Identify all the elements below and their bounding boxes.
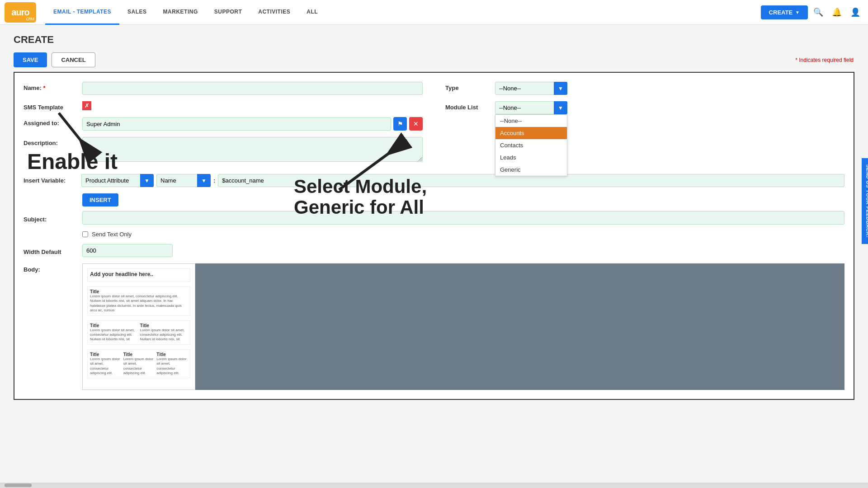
description-input[interactable] <box>82 137 423 162</box>
template-2col-title-b: Title <box>140 323 188 328</box>
module-list-row: Module List --None-- ▼ --None-- Accounts <box>445 101 844 114</box>
action-bar: SAVE CANCEL <box>14 52 854 67</box>
width-default-label: Width Default <box>24 246 78 255</box>
module-option-contacts[interactable]: Contacts <box>495 139 567 151</box>
user-icon: 👤 <box>850 7 860 17</box>
nav-item-email-templates[interactable]: EMAIL - TEMPLATES <box>45 0 119 25</box>
module-list-label: Module List <box>445 101 491 111</box>
template-1col-body: Lorem ipsum dolor sit amet, consectetur … <box>90 294 188 313</box>
assigned-row: ⚑ ✕ <box>82 117 423 131</box>
cancel-button[interactable]: CANCEL <box>52 52 95 67</box>
template-3col-title-a: Title <box>90 352 121 357</box>
description-field <box>82 137 423 163</box>
sms-x-icon[interactable]: ✗ <box>82 101 91 110</box>
insert-var-name-input[interactable]: Name <box>156 174 211 187</box>
assigned-select-button[interactable]: ⚑ <box>393 117 407 131</box>
nav-item-all[interactable]: ALL <box>298 0 326 25</box>
body-label: Body: <box>24 263 78 273</box>
profile-button[interactable]: 👤 <box>847 4 863 20</box>
assigned-to-field: ⚑ ✕ <box>82 117 423 131</box>
required-note: * Indicates required field <box>795 57 854 63</box>
template-3col-mid: Title Lorem ipsum dolor sit amet, consec… <box>123 352 155 376</box>
template-3col-right: Title Lorem ipsum dolor sit amet, consec… <box>156 352 188 376</box>
nav-item-support[interactable]: SUPPORT <box>206 0 250 25</box>
create-button[interactable]: CREATE ▼ <box>761 5 808 19</box>
form-container: * Indicates required field Name: * SM <box>14 72 854 400</box>
name-label: Name: * <box>24 82 78 91</box>
body-templates-panel: Add your headline here.. Title Lorem ips… <box>82 263 195 390</box>
assigned-to-label: Assigned to: <box>24 117 78 127</box>
type-select[interactable]: --None-- ▼ <box>495 82 567 95</box>
description-row: Description: <box>24 137 423 163</box>
template-3col-item[interactable]: Title Lorem ipsum dolor sit amet, consec… <box>87 349 190 379</box>
template-3col-title-b: Title <box>123 352 155 357</box>
type-row: Type --None-- ▼ <box>445 82 844 95</box>
description-label: Description: <box>24 137 78 146</box>
subject-row: Subject: <box>24 211 844 225</box>
name-field-wrap <box>82 82 423 95</box>
template-3col-left: Title Lorem ipsum dolor sit amet, consec… <box>90 352 121 376</box>
assigned-clear-button[interactable]: ✕ <box>409 117 423 131</box>
type-select-input[interactable]: --None-- <box>495 82 567 95</box>
search-button[interactable]: 🔍 <box>810 4 826 20</box>
nav-right: CREATE ▼ 🔍 🔔 👤 <box>761 4 863 20</box>
template-3col-title-c: Title <box>156 352 188 357</box>
template-3col-body-c: Lorem ipsum dolor sit amet, consectetur … <box>156 357 188 376</box>
insert-variable-label: Insert Variable: <box>24 177 78 184</box>
width-default-row: Width Default <box>24 244 844 257</box>
insert-var-category-select[interactable]: Product Attribute ▼ <box>81 174 154 187</box>
template-3col-body-a: Lorem ipsum dolor sit amet, consectetur … <box>90 357 121 376</box>
template-2col-cols: Title Lorem ipsum dolor sit amet, consec… <box>90 323 188 342</box>
width-default-input[interactable] <box>82 244 173 257</box>
type-select-wrap: --None-- ▼ <box>495 82 567 95</box>
insert-var-name-select[interactable]: Name ▼ <box>156 174 211 187</box>
module-option-generic[interactable]: Generic <box>495 164 567 176</box>
logo[interactable]: auro CRM <box>5 2 36 23</box>
sms-template-label: SMS Template <box>24 101 78 111</box>
subject-label: Subject: <box>24 213 78 223</box>
assigned-to-row: Assigned to: ⚑ ✕ <box>24 117 423 131</box>
page-title: CREATE <box>14 34 854 46</box>
logo-sub: CRM <box>26 17 34 21</box>
notifications-button[interactable]: 🔔 <box>829 4 845 20</box>
body-row: Body: Add your headline here.. Title Lor… <box>24 263 844 390</box>
template-2col-left: Title Lorem ipsum dolor sit amet, consec… <box>90 323 138 342</box>
body-content: Add your headline here.. Title Lorem ips… <box>82 263 844 390</box>
module-list-select[interactable]: --None-- ▼ <box>495 101 567 114</box>
assigned-to-input[interactable] <box>82 117 391 131</box>
module-option-accounts[interactable]: Accounts <box>495 127 567 139</box>
template-1col-item[interactable]: Title Lorem ipsum dolor sit amet, consec… <box>87 286 190 316</box>
module-option-none[interactable]: --None-- <box>495 115 567 127</box>
module-list-input[interactable]: --None-- <box>495 101 567 114</box>
module-dropdown: --None-- Accounts Contacts Leads Generic <box>495 114 567 176</box>
insert-var-controls: Product Attribute ▼ Name ▼ : <box>81 174 844 187</box>
top-navigation: auro CRM EMAIL - TEMPLATES SALES MARKETI… <box>0 0 868 25</box>
feedback-tab[interactable]: SEND US YOUR FEEDBACK! <box>862 158 868 244</box>
template-2col-body-a: Lorem ipsum dolor sit amet, consectetur … <box>90 328 138 342</box>
insert-var-category-input[interactable]: Product Attribute <box>81 174 154 187</box>
template-2col-title-a: Title <box>90 323 138 328</box>
sms-template-field: ✗ <box>82 101 423 110</box>
template-2col-body-b: Lorem ipsum dolor sit amet, consectetur … <box>140 328 188 342</box>
subject-input[interactable] <box>82 211 844 225</box>
name-input[interactable] <box>82 82 423 95</box>
colon-separator: : <box>213 177 215 184</box>
bell-icon: 🔔 <box>832 7 842 17</box>
nav-item-sales[interactable]: SALES <box>119 0 155 25</box>
nav-item-marketing[interactable]: MARKETING <box>155 0 206 25</box>
page-content: CREATE SAVE CANCEL * Indicates required … <box>0 25 868 409</box>
required-star: * <box>43 84 45 91</box>
template-2col-item[interactable]: Title Lorem ipsum dolor sit amet, consec… <box>87 320 190 345</box>
logo-text: auro <box>11 7 29 18</box>
body-canvas[interactable] <box>195 263 844 390</box>
template-headline-item[interactable]: Add your headline here.. <box>87 268 190 282</box>
send-text-only-checkbox[interactable] <box>82 231 88 237</box>
insert-button[interactable]: INSERT <box>82 193 118 206</box>
template-3col-cols: Title Lorem ipsum dolor sit amet, consec… <box>90 352 188 376</box>
template-2col-right: Title Lorem ipsum dolor sit amet, consec… <box>140 323 188 342</box>
template-1col-title: Title <box>90 289 188 294</box>
template-headline-text: Add your headline here.. <box>90 271 188 277</box>
nav-item-activities[interactable]: ACTIVITIES <box>250 0 298 25</box>
module-option-leads[interactable]: Leads <box>495 151 567 164</box>
save-button[interactable]: SAVE <box>14 52 47 67</box>
